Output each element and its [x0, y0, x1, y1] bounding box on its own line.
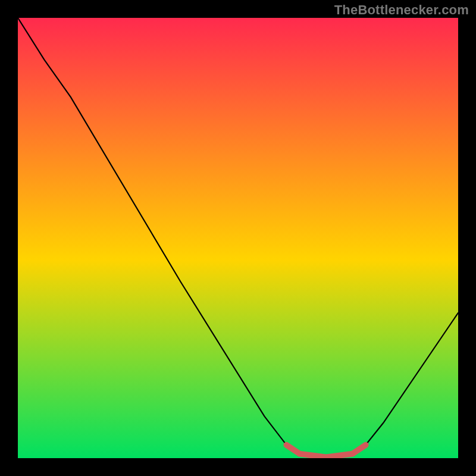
chart-svg	[18, 18, 458, 458]
chart-container: TheBottlenecker.com	[0, 0, 476, 476]
plot-area	[18, 18, 458, 458]
watermark-text: TheBottlenecker.com	[334, 2, 469, 18]
gradient-background	[18, 18, 458, 458]
